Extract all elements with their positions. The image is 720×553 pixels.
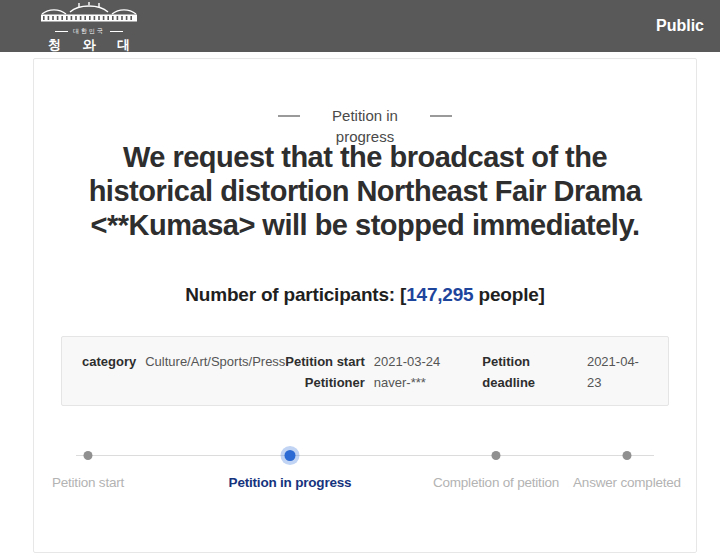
logo-right-dash bbox=[110, 31, 123, 32]
title-line-2: historical distortion Northeast Fair bbox=[89, 175, 546, 207]
progress-track-line bbox=[76, 455, 654, 456]
category-value: Culture/Art/Sports/Press bbox=[145, 351, 285, 372]
category-label: category bbox=[82, 351, 136, 372]
deadline-label: Petition deadline bbox=[482, 351, 578, 393]
step-label-petition-start: Petition start bbox=[52, 475, 124, 490]
blue-house-logo[interactable]: 대한민국 청 와 대 bbox=[36, 1, 142, 52]
participants-line: Number of participants: [147,295 people] bbox=[34, 284, 696, 306]
status-right-dash bbox=[430, 115, 452, 117]
meta-deadline: Petition deadline 2021-04-23 bbox=[482, 351, 648, 393]
blue-house-building-icon bbox=[39, 1, 139, 27]
petition-card: Petition in progress We request that the… bbox=[33, 58, 697, 553]
logo-country-label: 대한민국 bbox=[55, 28, 123, 35]
title-line-4: immediately. bbox=[472, 209, 640, 241]
step-dot-petition-start bbox=[84, 451, 93, 460]
petition-meta-box: category Culture/Art/Sports/Press Petiti… bbox=[61, 336, 669, 406]
public-menu-item[interactable]: Public bbox=[656, 17, 704, 35]
petition-title: We request that the broadcast of the his… bbox=[65, 140, 665, 242]
petitioner-value: naver-*** bbox=[374, 372, 441, 393]
step-label-completion: Completion of petition bbox=[433, 475, 559, 490]
participants-suffix: people] bbox=[473, 284, 544, 305]
petition-status-label: Petition in progress bbox=[309, 105, 421, 147]
logo-site-name: 청 와 대 bbox=[39, 37, 139, 52]
deadline-value: 2021-04-23 bbox=[587, 351, 648, 393]
meta-start-petitioner: Petition start 2021-03-24 Petitioner nav… bbox=[285, 351, 440, 393]
petitioner-label: Petitioner bbox=[285, 372, 364, 393]
petition-start-value: 2021-03-24 bbox=[374, 351, 441, 372]
participants-count: 147,295 bbox=[406, 284, 473, 305]
petition-start-label: Petition start bbox=[285, 351, 364, 372]
step-dot-answer-completed bbox=[623, 451, 632, 460]
step-label-answer-completed: Answer completed bbox=[573, 475, 681, 490]
top-header-bar: 대한민국 청 와 대 Public bbox=[0, 0, 720, 52]
step-dot-completion bbox=[492, 451, 501, 460]
step-dot-petition-in-progress bbox=[285, 450, 296, 461]
step-label-petition-in-progress: Petition in progress bbox=[229, 475, 352, 490]
participants-prefix: Number of participants: [ bbox=[185, 284, 406, 305]
status-left-dash bbox=[278, 115, 300, 117]
petition-progress-stepper: Petition start Petition in progress Comp… bbox=[34, 442, 696, 512]
logo-left-dash bbox=[55, 31, 68, 32]
meta-category: category Culture/Art/Sports/Press bbox=[82, 351, 285, 372]
